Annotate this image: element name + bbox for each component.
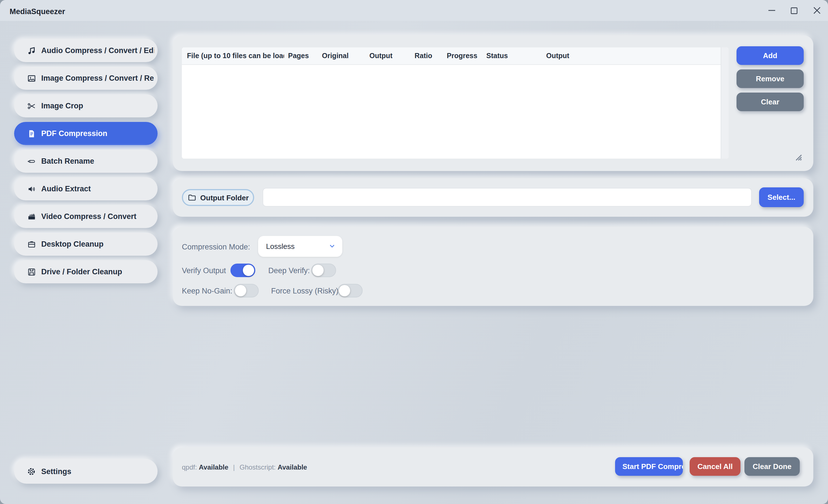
image-icon	[27, 74, 36, 83]
force-lossy-label: Force Lossy (Risky):	[271, 287, 341, 295]
ghostscript-value: Available	[278, 463, 307, 471]
clapperboard-icon	[27, 212, 36, 221]
app-window: MediaSqueezer Audio Compress /	[0, 0, 828, 504]
column-header-original: Original	[322, 47, 364, 64]
minimize-icon	[768, 7, 775, 14]
window-controls	[760, 0, 828, 21]
gear-icon	[27, 466, 36, 476]
sidebar-item-batch-rename[interactable]: Batch Rename	[14, 149, 158, 173]
app-title: MediaSqueezer	[10, 7, 65, 16]
sidebar-item-audio-extract[interactable]: Audio Extract	[14, 177, 158, 200]
sidebar-item-desktop-cleanup[interactable]: Desktop Cleanup	[14, 233, 158, 256]
output-folder-card: Output Folder Select...	[173, 178, 813, 217]
qpdf-value: Available	[199, 463, 229, 471]
sidebar-item-label: PDF Compression	[41, 129, 107, 138]
sidebar-item-label: Video Compress / Convert	[41, 212, 136, 221]
sidebar-item-settings[interactable]: Settings	[14, 459, 158, 484]
pdf-options-card: Compression Mode: Lossless Verify Output…	[173, 227, 813, 306]
qpdf-label: qpdf:	[182, 463, 197, 471]
file-table: File (up to 10 files can be loaded) Page…	[182, 47, 729, 158]
toggle-knob	[312, 265, 324, 276]
column-header-pages: Pages	[288, 47, 316, 64]
clear-done-button[interactable]: Clear Done	[744, 457, 800, 476]
tool-availability-status: qpdf: Available | Ghostscript: Available	[182, 463, 307, 471]
select-folder-button[interactable]: Select...	[759, 187, 804, 207]
deep-verify-label: Deep Verify:	[268, 266, 310, 275]
start-pdf-compression-button[interactable]: Start PDF Compression	[615, 457, 683, 476]
keep-no-gain-toggle[interactable]	[234, 284, 259, 297]
verify-output-label: Verify Output	[182, 266, 226, 275]
document-icon	[27, 129, 36, 138]
bottom-action-bar: qpdf: Available | Ghostscript: Available…	[173, 448, 813, 487]
add-button[interactable]: Add	[737, 46, 804, 65]
file-table-body[interactable]	[182, 65, 721, 158]
sidebar-item-label: Batch Rename	[41, 157, 94, 165]
maximize-button[interactable]	[783, 0, 805, 21]
clear-button[interactable]: Clear	[737, 93, 804, 111]
file-table-header: File (up to 10 files can be loaded) Page…	[182, 47, 721, 65]
close-button[interactable]	[805, 0, 828, 21]
status-separator: |	[230, 463, 238, 471]
remove-button[interactable]: Remove	[737, 70, 804, 88]
title-bar: MediaSqueezer	[0, 0, 828, 21]
chevron-down-icon	[328, 242, 336, 250]
force-lossy-toggle[interactable]	[338, 284, 363, 297]
toggle-knob	[339, 285, 350, 296]
sidebar-item-label: Image Crop	[41, 102, 83, 110]
output-folder-path-input[interactable]	[263, 188, 752, 207]
column-header-file: File (up to 10 files can be loaded)	[187, 47, 284, 64]
toggle-knob	[235, 285, 246, 296]
file-table-card: File (up to 10 files can be loaded) Page…	[173, 36, 813, 171]
sidebar-item-label: Audio Extract	[41, 185, 91, 193]
ghostscript-label: Ghostscript:	[240, 463, 276, 471]
column-header-progress: Progress	[447, 47, 482, 64]
column-header-ratio: Ratio	[415, 47, 443, 64]
sidebar-item-label: Desktop Cleanup	[41, 240, 104, 248]
close-icon	[813, 7, 820, 14]
toggle-knob	[243, 265, 254, 276]
archive-box-icon	[27, 239, 36, 249]
output-folder-button[interactable]: Output Folder	[182, 189, 254, 206]
column-header-output2: Output	[546, 47, 710, 64]
keep-no-gain-label: Keep No-Gain:	[182, 287, 233, 295]
sidebar-item-image-crop[interactable]: Image Crop	[14, 94, 158, 118]
column-header-output: Output	[369, 47, 409, 64]
minimize-button[interactable]	[760, 0, 783, 21]
compression-mode-select[interactable]: Lossless	[258, 236, 342, 257]
cancel-all-button[interactable]: Cancel All	[690, 457, 740, 476]
sidebar-item-label: Settings	[41, 467, 72, 475]
column-header-status: Status	[486, 47, 540, 64]
verify-output-toggle[interactable]	[231, 264, 255, 277]
speaker-icon	[27, 184, 36, 194]
pen-icon	[27, 156, 36, 166]
output-folder-label: Output Folder	[200, 193, 249, 202]
scissors-icon	[27, 101, 36, 110]
floppy-disk-icon	[27, 267, 36, 277]
music-note-icon	[27, 46, 36, 55]
sidebar-item-label: Image Compress / Convert / Resize	[41, 74, 154, 82]
resize-grip-icon[interactable]	[794, 153, 803, 162]
sidebar-item-image-compress[interactable]: Image Compress / Convert / Resize	[14, 66, 158, 90]
sidebar-item-label: Audio Compress / Convert / Edit	[41, 46, 154, 55]
table-scrollbar[interactable]	[721, 47, 729, 158]
sidebar-item-pdf-compression[interactable]: PDF Compression	[14, 122, 158, 145]
sidebar-item-audio-compress[interactable]: Audio Compress / Convert / Edit	[14, 39, 158, 62]
folder-icon	[187, 193, 196, 202]
maximize-icon	[791, 7, 797, 14]
sidebar-item-video-compress[interactable]: Video Compress / Convert	[14, 205, 158, 228]
sidebar-item-label: Drive / Folder Cleanup	[41, 268, 122, 276]
sidebar-item-drive-folder-cleanup[interactable]: Drive / Folder Cleanup	[14, 260, 158, 283]
deep-verify-toggle[interactable]	[311, 264, 336, 277]
compression-mode-label: Compression Mode:	[182, 243, 250, 251]
compression-mode-value: Lossless	[266, 242, 295, 250]
